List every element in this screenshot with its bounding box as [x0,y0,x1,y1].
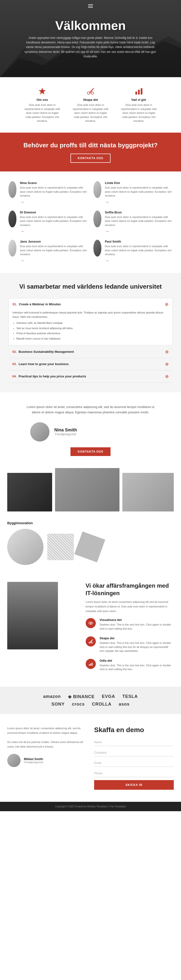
innovation-img-pattern [47,534,74,560]
hero-section: Välkommen Anbet uppnyttan bort väntryggi… [0,0,181,77]
member-name-1: Linda Kim [105,181,173,185]
it-feature-title-2: Odla det [100,659,174,662]
feature-what-text: Duis aute irure dolor in reprehenderit i… [120,103,158,123]
avatar-soffia-brun [93,210,101,228]
it-feature-text-1: Septetur duis. This is the very line box… [100,641,174,653]
accordion-list-0: Interdum velit, ac blandit libero volutp… [13,321,168,341]
it-feature-text-2: Septetur duis. This is the very line box… [100,663,174,671]
member-link-2[interactable]: → [20,229,24,234]
member-link-5[interactable]: → [105,258,109,263]
profile-name: Nina Smith [54,428,77,433]
form-input-phone[interactable] [94,770,174,777]
gallery-image-2 [55,468,119,511]
demo-title: Skaffa en demo [94,726,174,734]
team-members: Nina Scavo Duis aute irure dolor in repr… [8,181,173,263]
accordion-item-0: 01. Create a Webinar in Minutes ⊗ Interd… [8,298,173,345]
accordion-header-0[interactable]: 01. Create a Webinar in Minutes ⊗ [9,298,172,310]
innovation-title: Bygginnovation [7,521,174,525]
accordion-header-2[interactable]: 03. Learn how to grow your business ⊕ [8,358,173,370]
member-bio-3: Duis aute irure dolor in reprehenderit i… [105,215,173,227]
demo-section: Lorem ipsum dolor sit amet, consectetur … [0,714,181,802]
profile-block: Lorem ipsum dolor sit amet, consectetur … [0,392,181,468]
hero-text: Anbet uppnyttan bort väntryggiga tvåiga … [23,36,158,59]
innovation-block: Bygginnovation [0,519,181,572]
team-info-di-dowson: Di Dowson Duis aute irure dolor in repre… [20,210,88,234]
svg-rect-5 [135,92,137,94]
member-bio-4: Duis aute irure dolor in reprehenderit i… [20,244,88,256]
member-link-1[interactable]: → [105,200,109,205]
footer-text: Copyright © 2025 Created by Website Temp… [5,805,176,808]
brands-row-1: amazon ◈ BINANCE EVGA TESLA [5,694,176,699]
accordion-header-3[interactable]: 04. Practical tips to help you price you… [8,371,173,382]
accordion-list-item-1: Sed ac risus lorem tincidunt adipiscing … [16,326,168,331]
it-person-photo [7,582,58,649]
demo-person-info: Mikkel Smith Försäljningschef [24,757,43,764]
cta-block: Behöver du proffs till ditt nästa byggpr… [0,133,181,172]
avatar-nina-scavo [8,181,16,198]
feature-what: Vad vi gör Duis aute irure dolor in repr… [115,84,163,126]
cta-button[interactable]: KONTAKTA OSS [70,154,111,163]
member-name-0: Nina Scavo [20,181,88,185]
brands-divider [5,699,176,702]
member-bio-0: Duis aute irure dolor in reprehenderit i… [20,186,88,198]
accordion-list-item-2: Porta et faucibus pulvinar elementum. [16,331,168,336]
svg-rect-7 [141,88,143,94]
svg-point-11 [91,642,93,643]
it-feature-content-2: Odla det Septetur duis. This is the very… [100,659,174,671]
svg-rect-14 [89,664,90,666]
brand-tesla: TESLA [122,694,138,699]
demo-person-title: Försäljningschef [24,761,43,764]
member-link-4[interactable]: → [20,258,24,263]
it-text: Lorem ipsum dolor sit amet consectetur a… [86,600,174,613]
cta-section: Behöver du proffs till ditt nästa byggpr… [0,133,181,172]
team-info-linda-kim: Linda Kim Duis aute irure dolor in repre… [105,181,173,205]
member-link-0[interactable]: → [20,200,24,205]
form-input-name[interactable] [94,739,174,746]
team-member-0: Nina Scavo Duis aute irure dolor in repr… [8,181,88,205]
features-row: Om oss Duis aute irure dolor in reprehen… [0,77,181,133]
it-section: Vi ökar affärsframgången med IT-lösninge… [0,572,181,687]
innovation-section: Bygginnovation [0,519,181,572]
innovation-images [7,529,174,565]
form-input-company[interactable] [94,749,174,756]
university-title: Vi samarbetar med världens ledande unive… [7,283,174,291]
avatar-jane-jonsson [8,240,16,256]
svg-rect-16 [92,663,93,666]
it-feature-title-0: Visualisera det [100,618,174,622]
form-input-email[interactable] [94,759,174,767]
it-feature-content-1: Skapa det Septetur duis. This is the ver… [100,636,174,653]
it-feature-text-0: Septetur duis. This is the very line box… [100,623,174,631]
svg-point-9 [90,623,91,624]
brand-asos: asos [119,702,130,707]
cta-title: Behöver du proffs till ditt nästa byggpr… [5,141,176,150]
it-person-column [7,582,86,649]
accordion-item-3: 04. Practical tips to help you price you… [8,371,173,383]
brand-crolla: CROLLA [92,702,112,707]
team-info-soffia-brun: Soffia Brun Duis aute irure dolor in rep… [105,210,173,234]
hero-content: Välkommen Anbet uppnyttan bort väntryggi… [0,0,181,77]
chart-icon [135,87,143,95]
team-member-2: Di Dowson Duis aute irure dolor in repre… [8,210,88,234]
member-link-3[interactable]: → [105,229,109,234]
member-bio-1: Duis aute irure dolor in reprehenderit i… [105,186,173,198]
demo-form: SKICKA IN [94,739,174,790]
footer: Copyright © 2025 Created by Website Temp… [0,802,181,811]
form-submit-button[interactable]: SKICKA IN [94,780,174,790]
member-bio-2: Duis aute irure dolor in reprehenderit i… [20,215,88,227]
svg-rect-6 [138,90,140,94]
accordion-item-2: 03. Learn how to grow your business ⊕ [8,358,173,371]
accordion-header-1[interactable]: 02. Business Sustainability Management ⊕ [8,346,173,358]
image-gallery [0,468,181,519]
demo-person-avatar [7,754,21,767]
profile-avatar [30,422,50,442]
it-feature-2: Odla det Septetur duis. This is the very… [86,659,174,671]
accordion-list-item-3: Blandit lorem cursus in hac habitasse. [16,336,168,341]
profile-text: Lorem ipsum dolor sit amet, consectetur … [23,404,158,415]
profile-contact-button[interactable]: KONTAKTA OSS [70,447,111,456]
accordion-title-2: Learn how to grow your business [19,362,165,366]
avatar-linda-kim [93,181,101,198]
team-member-3: Soffia Brun Duis aute irure dolor in rep… [93,210,173,234]
feature-about-text: Duis aute irure dolor in reprehenderit i… [23,103,62,123]
svg-point-2 [91,92,94,94]
form-group-name [94,739,174,746]
